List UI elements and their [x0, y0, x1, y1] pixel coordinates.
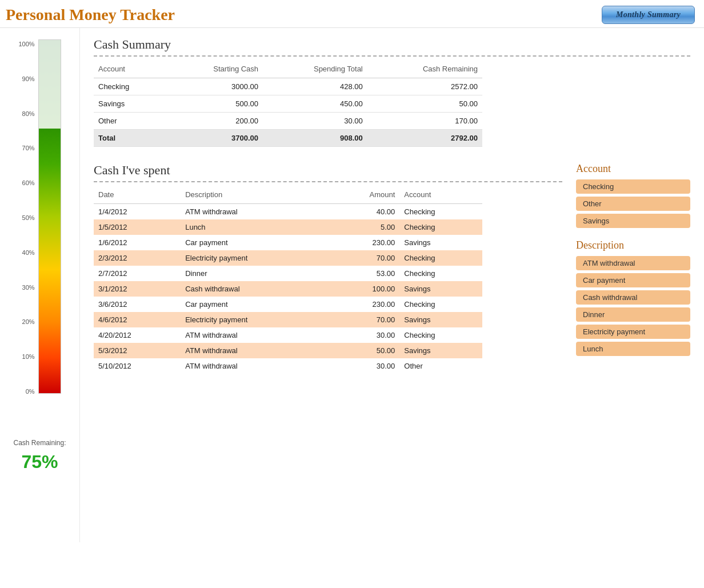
cash-spent-divider [94, 181, 562, 182]
spent-account: Other [399, 358, 482, 374]
summary-remaining: 2572.00 [367, 78, 482, 95]
spent-row: 4/6/2012 Electricity payment 70.00 Savin… [94, 312, 482, 327]
total-starting: 3700.00 [166, 130, 263, 147]
spent-account: Savings [399, 281, 482, 297]
spent-amount: 30.00 [328, 358, 399, 374]
gauge-label-30: 30% [22, 284, 35, 291]
spent-date: 1/6/2012 [94, 235, 181, 250]
summary-starting: 500.00 [166, 95, 263, 113]
spent-date: 4/6/2012 [94, 312, 181, 327]
spent-row: 1/4/2012 ATM withdrawal 40.00 Checking [94, 204, 482, 220]
cash-spent-table: Date Description Amount Account 1/4/2012… [94, 188, 482, 374]
spent-account: Checking [399, 204, 482, 220]
summary-row: Other 200.00 30.00 170.00 [94, 113, 482, 130]
description-filter-chip[interactable]: Electricity payment [576, 325, 690, 339]
col-account-spent: Account [399, 188, 482, 204]
description-filter-chip[interactable]: Cash withdrawal [576, 290, 690, 305]
total-spending: 908.00 [263, 130, 367, 147]
spent-account: Checking [399, 327, 482, 343]
spent-description: Electricity payment [181, 250, 328, 266]
description-filter-chip[interactable]: Car payment [576, 273, 690, 287]
content-area: Cash Summary Account Starting Cash Spend… [80, 28, 704, 383]
spent-description: ATM withdrawal [181, 343, 328, 358]
description-filter-title: Description [576, 239, 690, 251]
summary-starting: 3000.00 [166, 78, 263, 95]
summary-account: Checking [94, 78, 166, 95]
col-starting: Starting Cash [166, 62, 263, 78]
summary-row: Savings 500.00 450.00 50.00 [94, 95, 482, 113]
spent-date: 2/3/2012 [94, 250, 181, 266]
spent-amount: 40.00 [328, 204, 399, 220]
gauge-label-50: 50% [22, 214, 35, 221]
spent-description: Electricity payment [181, 312, 328, 327]
spent-description: Dinner [181, 266, 328, 281]
spent-row: 4/20/2012 ATM withdrawal 30.00 Checking [94, 327, 482, 343]
spent-date: 1/4/2012 [94, 204, 181, 220]
account-filter-chip[interactable]: Checking [576, 179, 690, 194]
spent-account: Checking [399, 219, 482, 235]
spent-description: Cash withdrawal [181, 281, 328, 297]
spent-row: 5/10/2012 ATM withdrawal 30.00 Other [94, 358, 482, 374]
spent-description: ATM withdrawal [181, 358, 328, 374]
account-filter-title: Account [576, 163, 690, 175]
description-filter-chip[interactable]: ATM withdrawal [576, 256, 690, 270]
col-date: Date [94, 188, 181, 204]
summary-spending: 30.00 [263, 113, 367, 130]
spent-row: 5/3/2012 ATM withdrawal 50.00 Savings [94, 343, 482, 358]
spent-amount: 230.00 [328, 235, 399, 250]
main-content: 100% 90% 80% 70% 60% 50% 40% 30% 20% 10%… [0, 28, 704, 542]
spent-row: 2/7/2012 Dinner 53.00 Checking [94, 266, 482, 281]
gauge-label-10: 10% [22, 353, 35, 360]
cash-summary-table: Account Starting Cash Spending Total Cas… [94, 62, 482, 147]
gauge-bar [38, 39, 61, 394]
spent-date: 2/7/2012 [94, 266, 181, 281]
account-filter-chip[interactable]: Other [576, 197, 690, 211]
summary-spending: 428.00 [263, 78, 367, 95]
gauge-label-40: 40% [22, 249, 35, 256]
cash-summary-title: Cash Summary [94, 37, 690, 52]
spent-row: 2/3/2012 Electricity payment 70.00 Check… [94, 250, 482, 266]
spent-date: 1/5/2012 [94, 219, 181, 235]
gauge-labels: 100% 90% 80% 70% 60% 50% 40% 30% 20% 10%… [18, 41, 38, 395]
spent-amount: 53.00 [328, 266, 399, 281]
spent-row: 3/6/2012 Car payment 230.00 Checking [94, 297, 482, 312]
col-spending: Spending Total [263, 62, 367, 78]
spent-description: Car payment [181, 235, 328, 250]
gauge-label-80: 80% [22, 110, 35, 117]
gauge-label-100: 100% [18, 41, 34, 47]
spent-amount: 230.00 [328, 297, 399, 312]
spent-description: Lunch [181, 219, 328, 235]
spent-row: 1/5/2012 Lunch 5.00 Checking [94, 219, 482, 235]
summary-total-row: Total 3700.00 908.00 2792.00 [94, 130, 482, 147]
summary-remaining: 170.00 [367, 113, 482, 130]
spent-date: 5/3/2012 [94, 343, 181, 358]
cash-remaining-pct: 75% [21, 451, 58, 473]
description-filter-chip[interactable]: Lunch [576, 342, 690, 356]
summary-account: Savings [94, 95, 166, 113]
gauge-label-60: 60% [22, 179, 35, 186]
gauge-container: 100% 90% 80% 70% 60% 50% 40% 30% 20% 10%… [18, 39, 61, 428]
col-amount: Amount [328, 188, 399, 204]
spent-section: Cash I've spent Date Description Amount … [94, 163, 690, 374]
summary-row: Checking 3000.00 428.00 2572.00 [94, 78, 482, 95]
description-filter-section: Description ATM withdrawalCar paymentCas… [576, 239, 690, 356]
app-header: Personal Money Tracker Monthly Summary [0, 0, 704, 28]
total-remaining: 2792.00 [367, 130, 482, 147]
spent-amount: 30.00 [328, 327, 399, 343]
account-filter-section: Account CheckingOtherSavings [576, 163, 690, 228]
cash-summary-divider [94, 55, 690, 57]
cash-spent-title: Cash I've spent [94, 163, 562, 178]
spent-date: 3/1/2012 [94, 281, 181, 297]
spent-description: ATM withdrawal [181, 327, 328, 343]
filter-sidebar: Account CheckingOtherSavings Description… [576, 163, 690, 374]
sidebar-gauge: 100% 90% 80% 70% 60% 50% 40% 30% 20% 10%… [0, 28, 80, 542]
gauge-label-70: 70% [22, 145, 35, 151]
monthly-summary-button[interactable]: Monthly Summary [602, 6, 695, 24]
spent-amount: 70.00 [328, 250, 399, 266]
spent-amount: 5.00 [328, 219, 399, 235]
account-filter-chip[interactable]: Savings [576, 214, 690, 228]
spent-date: 3/6/2012 [94, 297, 181, 312]
description-filter-chip[interactable]: Dinner [576, 307, 690, 322]
spent-table-wrap: Cash I've spent Date Description Amount … [94, 163, 562, 374]
spent-account: Checking [399, 250, 482, 266]
